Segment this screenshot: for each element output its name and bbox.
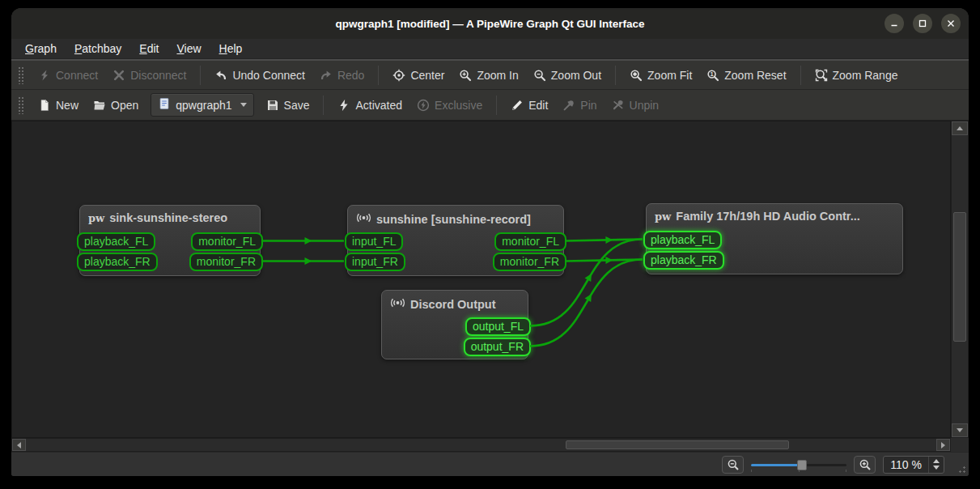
port-monitor_FR[interactable]: monitor_FR bbox=[189, 253, 263, 271]
toolbar-drag-handle[interactable] bbox=[18, 66, 24, 84]
menu-help[interactable]: Help bbox=[212, 40, 250, 57]
scroll-left-button[interactable] bbox=[12, 439, 26, 451]
maximize-button[interactable] bbox=[913, 14, 932, 33]
menu-edit[interactable]: Edit bbox=[132, 40, 166, 57]
toolbar-separator bbox=[323, 96, 324, 115]
scroll-right-button[interactable] bbox=[936, 439, 950, 451]
toolbar-label: Exclusive bbox=[435, 99, 482, 112]
port-output_FR[interactable]: output_FR bbox=[464, 338, 531, 356]
edit-pencil-icon bbox=[511, 99, 524, 112]
toolbar-button-exclusive[interactable]: Exclusive bbox=[409, 95, 490, 116]
edge-sunshine-monitor-fl-to-family-playback-fl[interactable] bbox=[566, 240, 643, 241]
horizontal-scroll-thumb[interactable] bbox=[566, 440, 789, 449]
toolbar-button-disconnect[interactable]: Disconnect bbox=[105, 65, 193, 86]
broadcast-icon bbox=[356, 211, 371, 227]
edge-arrowhead bbox=[305, 237, 312, 244]
toolbar-button-zoom-out[interactable]: Zoom Out bbox=[526, 65, 609, 86]
toolbar-button-open[interactable]: Open bbox=[86, 95, 146, 116]
zoom-spinbox[interactable]: 110 % bbox=[883, 456, 944, 474]
node-title: pwFamily 17h/19h HD Audio Contr... bbox=[655, 210, 860, 223]
vertical-scrollbar[interactable] bbox=[951, 121, 969, 438]
port-input_FR[interactable]: input_FR bbox=[345, 253, 405, 271]
pin-icon bbox=[562, 99, 575, 112]
port-monitor_FR[interactable]: monitor_FR bbox=[493, 253, 566, 271]
window-controls bbox=[885, 14, 961, 33]
menu-view[interactable]: View bbox=[169, 40, 208, 57]
menu-graph[interactable]: Graph bbox=[18, 40, 64, 57]
port-monitor_FL[interactable]: monitor_FL bbox=[494, 232, 566, 251]
toolbar-button-new[interactable]: New bbox=[31, 95, 86, 116]
app-window: qpwgraph1 [modified] — A PipeWire Graph … bbox=[11, 8, 969, 476]
toolbar-button-redo[interactable]: Redo bbox=[312, 65, 371, 86]
zoom-slider-handle[interactable] bbox=[797, 460, 807, 470]
patchbay-profile-select[interactable]: qpwgraph1 bbox=[151, 93, 253, 117]
minimize-button[interactable] bbox=[885, 14, 904, 33]
toolbar-button-zoom-fit[interactable]: Zoom Fit bbox=[622, 65, 699, 86]
zoom-in-button[interactable] bbox=[854, 456, 876, 474]
toolbar-button-center[interactable]: Center bbox=[385, 65, 452, 86]
node-sunshine[interactable]: sunshine [sunshine-record]input_FLinput_… bbox=[347, 205, 564, 276]
disconnect-icon bbox=[112, 69, 125, 82]
toolbar-button-connect[interactable]: Connect bbox=[31, 65, 105, 86]
window-title: qpwgraph1 [modified] — A PipeWire Graph … bbox=[335, 18, 644, 30]
node-title-text: Discord Output bbox=[410, 298, 496, 311]
zoom-out-button[interactable] bbox=[722, 456, 744, 474]
graph-viewport[interactable]: pwsink-sunshine-stereoplayback_FLplaybac… bbox=[11, 121, 951, 438]
zoom-in-icon bbox=[459, 69, 472, 82]
port-output_FL[interactable]: output_FL bbox=[465, 317, 531, 336]
toolbar-button-undo-connect[interactable]: Undo Connect bbox=[207, 65, 312, 86]
port-input_FL[interactable]: input_FL bbox=[345, 232, 403, 251]
toolbar-label: qpwgraph1 bbox=[176, 99, 231, 112]
resize-grip[interactable] bbox=[956, 463, 966, 474]
new-file-icon bbox=[38, 99, 51, 112]
toolbar-button-zoom-range[interactable]: Zoom Range bbox=[808, 65, 906, 86]
broadcast-icon bbox=[390, 296, 405, 312]
port-playback_FL[interactable]: playback_FL bbox=[643, 231, 722, 249]
toolbar-label: Disconnect bbox=[130, 69, 186, 82]
slider-tick bbox=[846, 470, 846, 472]
chevron-down-icon bbox=[240, 103, 247, 107]
statusbar: 110 % bbox=[11, 452, 969, 476]
connect-icon bbox=[38, 69, 51, 82]
toolbar-button-save[interactable]: Save bbox=[259, 95, 317, 116]
node-title-text: sunshine [sunshine-record] bbox=[376, 213, 531, 226]
vertical-scroll-thumb[interactable] bbox=[953, 212, 966, 342]
node-sink[interactable]: pwsink-sunshine-stereoplayback_FLplaybac… bbox=[79, 205, 261, 276]
spin-up-icon[interactable] bbox=[933, 459, 940, 463]
toolbar-button-zoom-in[interactable]: Zoom In bbox=[452, 65, 525, 86]
horizontal-scrollbar[interactable] bbox=[11, 438, 951, 452]
arrow-right-icon bbox=[941, 442, 945, 449]
zoom-slider[interactable] bbox=[751, 457, 846, 472]
zoom-spin-steppers[interactable] bbox=[928, 457, 944, 473]
port-playback_FR[interactable]: playback_FR bbox=[643, 251, 724, 270]
toolbar-label: Zoom In bbox=[477, 69, 518, 82]
arrow-left-icon bbox=[17, 442, 21, 449]
node-family[interactable]: pwFamily 17h/19h HD Audio Contr...playba… bbox=[646, 203, 903, 274]
toolbar-label: Center bbox=[410, 69, 444, 82]
save-icon bbox=[266, 99, 279, 112]
spin-down-icon[interactable] bbox=[933, 466, 940, 470]
toolbar-label: Connect bbox=[56, 69, 98, 82]
toolbar-button-activated[interactable]: Activated bbox=[330, 95, 409, 116]
toolbar-separator bbox=[496, 96, 497, 115]
toolbar-separator bbox=[200, 66, 201, 85]
scroll-down-button[interactable] bbox=[952, 423, 968, 437]
titlebar[interactable]: qpwgraph1 [modified] — A PipeWire Graph … bbox=[11, 8, 969, 39]
toolbar-button-zoom-reset[interactable]: 1Zoom Reset bbox=[699, 65, 793, 86]
slider-tick bbox=[751, 470, 752, 472]
toolbar-button-unpin[interactable]: Unpin bbox=[605, 95, 667, 116]
node-discord[interactable]: Discord Outputoutput_FLoutput_FR bbox=[381, 290, 528, 359]
scroll-up-button[interactable] bbox=[952, 121, 968, 135]
port-playback_FL[interactable]: playback_FL bbox=[77, 232, 155, 251]
edge-sunshine-monitor-fr-to-family-playback-fr[interactable] bbox=[566, 260, 643, 262]
port-monitor_FL[interactable]: monitor_FL bbox=[191, 232, 263, 251]
toolbar-drag-handle[interactable] bbox=[18, 96, 24, 114]
toolbar-button-pin[interactable]: Pin bbox=[555, 95, 604, 116]
port-playback_FR[interactable]: playback_FR bbox=[77, 253, 158, 271]
close-button[interactable] bbox=[941, 14, 961, 33]
toolbar-label: Pin bbox=[580, 99, 596, 112]
toolbar-file: NewOpenqpwgraph1SaveActivatedExclusiveEd… bbox=[11, 90, 969, 121]
menu-patchbay[interactable]: Patchbay bbox=[67, 40, 129, 57]
zoom-in-icon bbox=[859, 458, 872, 471]
toolbar-button-edit[interactable]: Edit bbox=[503, 95, 555, 116]
